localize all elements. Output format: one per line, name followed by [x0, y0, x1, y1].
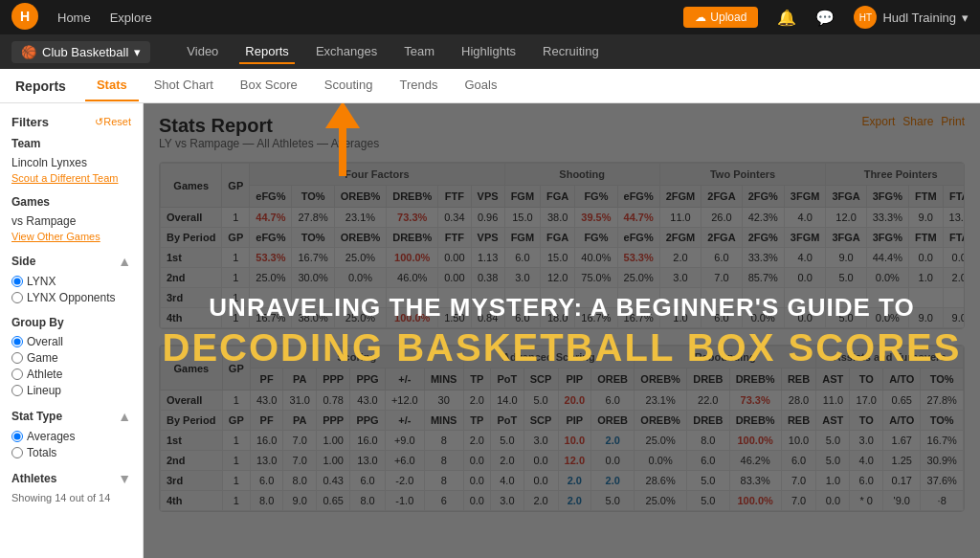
main-layout: Filters ↺Reset Team Lincoln Lynxes Scout… [0, 103, 980, 558]
filter-title: Filters [11, 115, 49, 129]
side-option-opponents[interactable]: LYNX Opponents [11, 291, 131, 304]
overlay-line2: DECODING BASKETBALL BOX SCORES [163, 326, 962, 369]
filter-header: Filters ↺Reset [11, 115, 131, 129]
sidebar-stattype-header: Stat Type ▲ [11, 409, 131, 424]
sidebar-side-header: Side ▲ [11, 254, 131, 269]
content-area: Stats Report LY vs Rampage — All Athlete… [144, 103, 980, 558]
overlay-line1: UNRAVELING THE MYSTERY: A BEGINNER'S GUI… [209, 293, 914, 323]
games-value: vs Rampage [11, 214, 76, 228]
groupby-section-label: Group By [11, 316, 64, 329]
groupby-lineup[interactable]: Lineup [11, 384, 131, 397]
sub-nav-links: Video Reports Exchanges Team Highlights … [181, 40, 604, 64]
user-area[interactable]: HT Hudl Training ▾ [854, 6, 969, 29]
games-section-label: Games [11, 195, 50, 209]
side-toggle[interactable]: ▲ [118, 254, 131, 269]
view-other-games-link[interactable]: View Other Games [11, 231, 131, 242]
sidebar-athletes-header: Athletes ▼ [11, 471, 131, 486]
stattype-averages[interactable]: Averages [11, 430, 131, 443]
user-name: Hudl Training [882, 11, 956, 25]
reset-button[interactable]: ↺Reset [95, 116, 131, 128]
sidebar-games-section: Games vs Rampage View Other Games [11, 195, 131, 242]
messages-icon[interactable]: 💬 [815, 9, 835, 27]
svg-text:H: H [20, 9, 30, 24]
upload-button[interactable]: ☁ Upload [683, 7, 758, 28]
sidebar-athletes-section: Athletes ▼ Showing 14 out of 14 [11, 471, 131, 503]
top-nav: H Home Explore ☁ Upload 🔔 💬 HT Hudl Trai… [0, 0, 980, 34]
side-option-lynx[interactable]: LYNX [11, 275, 131, 288]
groupby-game[interactable]: Game [11, 351, 131, 365]
subnav-highlights[interactable]: Highlights [456, 40, 522, 64]
side-section-label: Side [11, 255, 35, 268]
scout-different-team-link[interactable]: Scout a Different Team [11, 172, 131, 184]
notifications-icon[interactable]: 🔔 [777, 9, 796, 27]
tab-goals[interactable]: Goals [453, 70, 508, 101]
sidebar-games-value: vs Rampage [11, 214, 131, 228]
tab-trends[interactable]: Trends [388, 70, 449, 101]
reports-section-title: Reports [15, 78, 66, 94]
sidebar-groupby-section: Group By Overall Game Athlete Lineup [11, 316, 131, 397]
sidebar-groupby-header: Group By [11, 316, 131, 329]
user-chevron-icon: ▾ [962, 11, 969, 25]
subnav-exchanges[interactable]: Exchanges [310, 40, 383, 64]
tab-box-score[interactable]: Box Score [229, 70, 309, 101]
subnav-video[interactable]: Video [181, 40, 224, 64]
club-chevron-icon: ▾ [134, 45, 141, 59]
home-link[interactable]: Home [57, 11, 91, 25]
athletes-count: Showing 14 out of 14 [11, 492, 131, 503]
logo: H [11, 3, 38, 33]
sidebar: Filters ↺Reset Team Lincoln Lynxes Scout… [0, 103, 144, 558]
tab-shot-chart[interactable]: Shot Chart [143, 70, 225, 101]
upload-icon: ☁ [695, 11, 706, 24]
sub-nav: 🏀 Club Basketball ▾ Video Reports Exchan… [0, 34, 980, 69]
stattype-toggle[interactable]: ▲ [118, 409, 131, 424]
arrow-up-icon [325, 103, 360, 128]
sidebar-team-value: Lincoln Lynxes [11, 156, 131, 169]
sidebar-side-section: Side ▲ LYNX LYNX Opponents [11, 254, 131, 304]
tab-stats[interactable]: Stats [85, 70, 139, 101]
sidebar-stattype-section: Stat Type ▲ Averages Totals [11, 409, 131, 459]
sidebar-team-header: Team [11, 137, 131, 150]
groupby-overall[interactable]: Overall [11, 335, 131, 348]
team-section-label: Team [11, 137, 40, 150]
stattype-totals[interactable]: Totals [11, 446, 131, 459]
overlay: UNRAVELING THE MYSTERY: A BEGINNER'S GUI… [144, 103, 980, 558]
subnav-team[interactable]: Team [398, 40, 440, 64]
athletes-section-label: Athletes [11, 472, 56, 485]
stattype-section-label: Stat Type [11, 410, 62, 423]
club-name: Club Basketball [42, 45, 128, 59]
sidebar-team-section: Team Lincoln Lynxes Scout a Different Te… [11, 137, 131, 184]
sidebar-games-header: Games [11, 195, 131, 209]
team-name: Lincoln Lynxes [11, 156, 87, 169]
tab-scouting[interactable]: Scouting [313, 70, 385, 101]
groupby-athlete[interactable]: Athlete [11, 368, 131, 381]
arrow-indicator [325, 103, 360, 176]
subnav-reports[interactable]: Reports [239, 40, 295, 64]
user-avatar: HT [854, 6, 877, 29]
explore-link[interactable]: Explore [110, 11, 152, 25]
club-icon: 🏀 [21, 45, 36, 59]
subnav-recruiting[interactable]: Recruiting [537, 40, 605, 64]
arrow-shaft [339, 128, 346, 176]
athletes-toggle[interactable]: ▼ [118, 471, 131, 486]
tab-bar: Reports Stats Shot Chart Box Score Scout… [0, 69, 980, 103]
club-selector[interactable]: 🏀 Club Basketball ▾ [11, 41, 150, 63]
